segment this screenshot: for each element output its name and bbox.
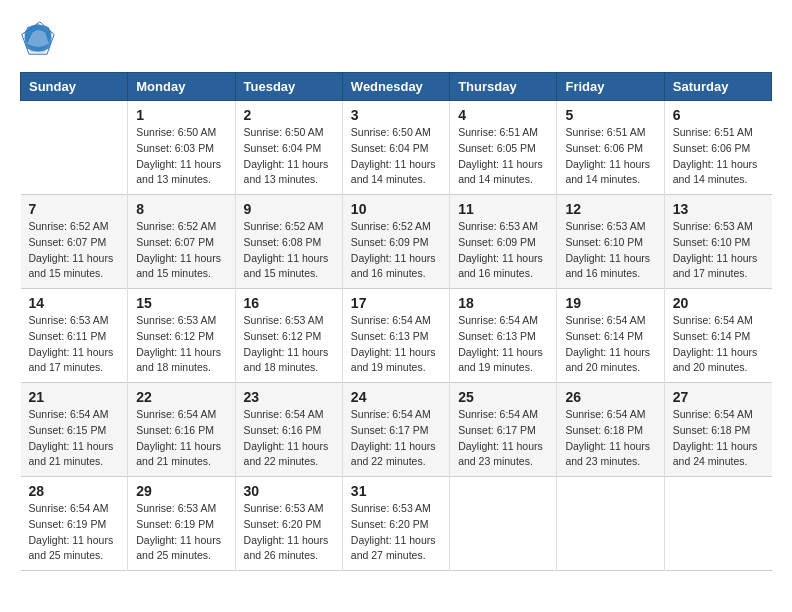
day-number: 26 <box>565 389 655 405</box>
calendar-cell <box>664 477 771 571</box>
day-info: Sunrise: 6:54 AMSunset: 6:14 PMDaylight:… <box>565 313 655 376</box>
calendar-cell: 19Sunrise: 6:54 AMSunset: 6:14 PMDayligh… <box>557 289 664 383</box>
calendar-cell: 15Sunrise: 6:53 AMSunset: 6:12 PMDayligh… <box>128 289 235 383</box>
calendar-cell: 29Sunrise: 6:53 AMSunset: 6:19 PMDayligh… <box>128 477 235 571</box>
weekday-header-sunday: Sunday <box>21 73 128 101</box>
calendar-cell: 1Sunrise: 6:50 AMSunset: 6:03 PMDaylight… <box>128 101 235 195</box>
calendar-cell: 12Sunrise: 6:53 AMSunset: 6:10 PMDayligh… <box>557 195 664 289</box>
calendar-cell: 31Sunrise: 6:53 AMSunset: 6:20 PMDayligh… <box>342 477 449 571</box>
calendar-cell: 25Sunrise: 6:54 AMSunset: 6:17 PMDayligh… <box>450 383 557 477</box>
calendar-cell: 16Sunrise: 6:53 AMSunset: 6:12 PMDayligh… <box>235 289 342 383</box>
day-number: 5 <box>565 107 655 123</box>
day-number: 3 <box>351 107 441 123</box>
day-info: Sunrise: 6:53 AMSunset: 6:10 PMDaylight:… <box>565 219 655 282</box>
day-info: Sunrise: 6:54 AMSunset: 6:18 PMDaylight:… <box>673 407 764 470</box>
calendar-cell: 20Sunrise: 6:54 AMSunset: 6:14 PMDayligh… <box>664 289 771 383</box>
day-number: 16 <box>244 295 334 311</box>
calendar-cell: 9Sunrise: 6:52 AMSunset: 6:08 PMDaylight… <box>235 195 342 289</box>
day-number: 28 <box>29 483 120 499</box>
weekday-header-row: SundayMondayTuesdayWednesdayThursdayFrid… <box>21 73 772 101</box>
calendar-cell <box>450 477 557 571</box>
day-number: 14 <box>29 295 120 311</box>
day-number: 19 <box>565 295 655 311</box>
day-number: 7 <box>29 201 120 217</box>
calendar-cell: 28Sunrise: 6:54 AMSunset: 6:19 PMDayligh… <box>21 477 128 571</box>
calendar-cell <box>557 477 664 571</box>
day-info: Sunrise: 6:52 AMSunset: 6:08 PMDaylight:… <box>244 219 334 282</box>
day-number: 29 <box>136 483 226 499</box>
day-number: 20 <box>673 295 764 311</box>
calendar-cell: 2Sunrise: 6:50 AMSunset: 6:04 PMDaylight… <box>235 101 342 195</box>
calendar-cell: 24Sunrise: 6:54 AMSunset: 6:17 PMDayligh… <box>342 383 449 477</box>
calendar-cell: 5Sunrise: 6:51 AMSunset: 6:06 PMDaylight… <box>557 101 664 195</box>
day-number: 27 <box>673 389 764 405</box>
day-number: 11 <box>458 201 548 217</box>
day-info: Sunrise: 6:50 AMSunset: 6:04 PMDaylight:… <box>351 125 441 188</box>
calendar-week-row: 1Sunrise: 6:50 AMSunset: 6:03 PMDaylight… <box>21 101 772 195</box>
day-info: Sunrise: 6:52 AMSunset: 6:09 PMDaylight:… <box>351 219 441 282</box>
day-number: 10 <box>351 201 441 217</box>
logo <box>20 20 60 56</box>
calendar-week-row: 14Sunrise: 6:53 AMSunset: 6:11 PMDayligh… <box>21 289 772 383</box>
day-number: 13 <box>673 201 764 217</box>
day-info: Sunrise: 6:51 AMSunset: 6:06 PMDaylight:… <box>673 125 764 188</box>
weekday-header-wednesday: Wednesday <box>342 73 449 101</box>
day-info: Sunrise: 6:53 AMSunset: 6:12 PMDaylight:… <box>244 313 334 376</box>
calendar-week-row: 7Sunrise: 6:52 AMSunset: 6:07 PMDaylight… <box>21 195 772 289</box>
day-info: Sunrise: 6:54 AMSunset: 6:18 PMDaylight:… <box>565 407 655 470</box>
calendar-week-row: 28Sunrise: 6:54 AMSunset: 6:19 PMDayligh… <box>21 477 772 571</box>
day-info: Sunrise: 6:53 AMSunset: 6:11 PMDaylight:… <box>29 313 120 376</box>
calendar-cell: 18Sunrise: 6:54 AMSunset: 6:13 PMDayligh… <box>450 289 557 383</box>
calendar-cell: 14Sunrise: 6:53 AMSunset: 6:11 PMDayligh… <box>21 289 128 383</box>
calendar-cell: 13Sunrise: 6:53 AMSunset: 6:10 PMDayligh… <box>664 195 771 289</box>
day-info: Sunrise: 6:54 AMSunset: 6:14 PMDaylight:… <box>673 313 764 376</box>
day-number: 8 <box>136 201 226 217</box>
calendar-week-row: 21Sunrise: 6:54 AMSunset: 6:15 PMDayligh… <box>21 383 772 477</box>
day-number: 9 <box>244 201 334 217</box>
day-info: Sunrise: 6:54 AMSunset: 6:16 PMDaylight:… <box>136 407 226 470</box>
day-info: Sunrise: 6:51 AMSunset: 6:05 PMDaylight:… <box>458 125 548 188</box>
calendar-cell: 3Sunrise: 6:50 AMSunset: 6:04 PMDaylight… <box>342 101 449 195</box>
day-info: Sunrise: 6:51 AMSunset: 6:06 PMDaylight:… <box>565 125 655 188</box>
day-info: Sunrise: 6:53 AMSunset: 6:20 PMDaylight:… <box>244 501 334 564</box>
day-number: 6 <box>673 107 764 123</box>
calendar-cell: 10Sunrise: 6:52 AMSunset: 6:09 PMDayligh… <box>342 195 449 289</box>
weekday-header-friday: Friday <box>557 73 664 101</box>
day-number: 12 <box>565 201 655 217</box>
day-info: Sunrise: 6:53 AMSunset: 6:20 PMDaylight:… <box>351 501 441 564</box>
weekday-header-monday: Monday <box>128 73 235 101</box>
day-info: Sunrise: 6:50 AMSunset: 6:04 PMDaylight:… <box>244 125 334 188</box>
calendar-cell: 7Sunrise: 6:52 AMSunset: 6:07 PMDaylight… <box>21 195 128 289</box>
calendar-cell: 21Sunrise: 6:54 AMSunset: 6:15 PMDayligh… <box>21 383 128 477</box>
day-info: Sunrise: 6:52 AMSunset: 6:07 PMDaylight:… <box>136 219 226 282</box>
calendar-cell <box>21 101 128 195</box>
calendar-cell: 11Sunrise: 6:53 AMSunset: 6:09 PMDayligh… <box>450 195 557 289</box>
day-number: 21 <box>29 389 120 405</box>
logo-icon <box>20 20 56 56</box>
calendar-cell: 30Sunrise: 6:53 AMSunset: 6:20 PMDayligh… <box>235 477 342 571</box>
calendar-cell: 22Sunrise: 6:54 AMSunset: 6:16 PMDayligh… <box>128 383 235 477</box>
day-number: 24 <box>351 389 441 405</box>
day-info: Sunrise: 6:54 AMSunset: 6:13 PMDaylight:… <box>351 313 441 376</box>
day-number: 22 <box>136 389 226 405</box>
day-number: 4 <box>458 107 548 123</box>
day-number: 17 <box>351 295 441 311</box>
calendar-cell: 23Sunrise: 6:54 AMSunset: 6:16 PMDayligh… <box>235 383 342 477</box>
day-info: Sunrise: 6:54 AMSunset: 6:17 PMDaylight:… <box>458 407 548 470</box>
day-info: Sunrise: 6:54 AMSunset: 6:16 PMDaylight:… <box>244 407 334 470</box>
day-number: 2 <box>244 107 334 123</box>
calendar-cell: 6Sunrise: 6:51 AMSunset: 6:06 PMDaylight… <box>664 101 771 195</box>
weekday-header-tuesday: Tuesday <box>235 73 342 101</box>
day-number: 30 <box>244 483 334 499</box>
day-number: 1 <box>136 107 226 123</box>
header <box>20 20 772 56</box>
calendar-cell: 27Sunrise: 6:54 AMSunset: 6:18 PMDayligh… <box>664 383 771 477</box>
day-number: 15 <box>136 295 226 311</box>
calendar-cell: 26Sunrise: 6:54 AMSunset: 6:18 PMDayligh… <box>557 383 664 477</box>
day-number: 18 <box>458 295 548 311</box>
weekday-header-thursday: Thursday <box>450 73 557 101</box>
day-info: Sunrise: 6:50 AMSunset: 6:03 PMDaylight:… <box>136 125 226 188</box>
day-number: 25 <box>458 389 548 405</box>
day-number: 31 <box>351 483 441 499</box>
day-info: Sunrise: 6:53 AMSunset: 6:12 PMDaylight:… <box>136 313 226 376</box>
